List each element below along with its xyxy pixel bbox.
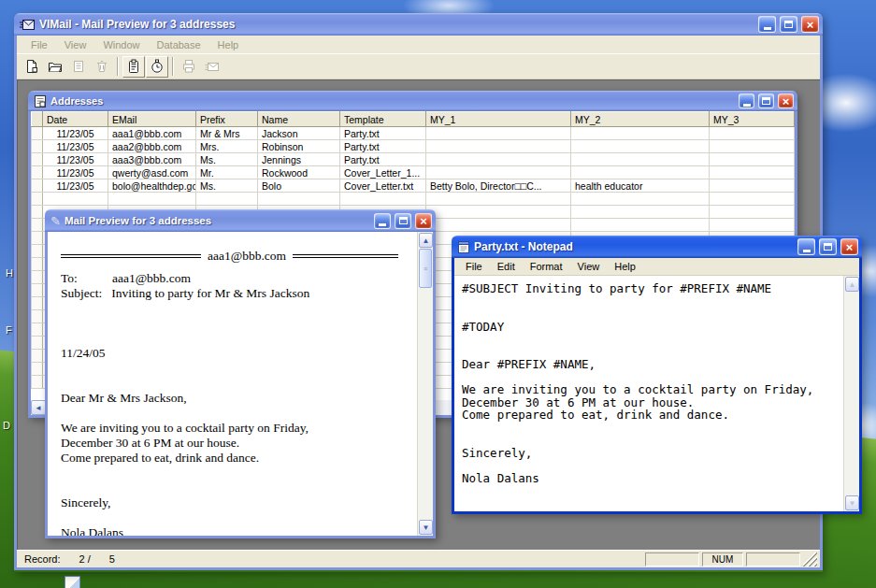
- close-button[interactable]: ×: [778, 93, 794, 108]
- cell: [426, 140, 571, 153]
- open-folder-button[interactable]: [44, 56, 66, 78]
- close-button[interactable]: ×: [801, 16, 819, 33]
- menu-edit[interactable]: Edit: [490, 259, 523, 274]
- window-title: Mail Preview for 3 addresses: [65, 215, 370, 226]
- scroll-up-button[interactable]: ▲: [419, 233, 433, 248]
- menu-help[interactable]: Help: [607, 259, 643, 274]
- cell: [196, 193, 258, 206]
- maximize-button[interactable]: [819, 238, 837, 255]
- scroll-thumb[interactable]: ≡: [419, 249, 432, 288]
- text-line: [462, 333, 842, 346]
- menu-window[interactable]: Window: [94, 37, 148, 52]
- column-header-prefix[interactable]: Prefix: [196, 112, 258, 127]
- text-line: Dear Mr & Mrs Jackson,: [61, 391, 413, 406]
- text-line: [61, 301, 413, 316]
- row-selector: [32, 350, 43, 363]
- record-label: Record:: [24, 553, 61, 565]
- save-document-icon: [71, 59, 86, 74]
- maximize-button[interactable]: [395, 213, 411, 229]
- row-selector: [32, 337, 43, 350]
- scroll-left-button[interactable]: ◄: [31, 400, 46, 415]
- scroll-track[interactable]: [844, 293, 859, 495]
- scroll-down-button[interactable]: ▼: [845, 495, 859, 510]
- menu-format[interactable]: Format: [523, 259, 570, 274]
- preview-titlebar[interactable]: ✎ Mail Preview for 3 addresses ×: [45, 209, 436, 232]
- cell: Party.txt: [340, 127, 426, 140]
- text-line: Come prepared to eat, drink and dance.: [462, 409, 842, 422]
- cell: [571, 219, 710, 232]
- cell: 11/23/05: [43, 166, 108, 179]
- scroll-track[interactable]: [418, 288, 433, 519]
- desktop-icon-label-fragment: H: [6, 267, 13, 279]
- column-header-email[interactable]: EMail: [108, 112, 196, 127]
- minimize-button[interactable]: [797, 238, 815, 255]
- notepad-content[interactable]: #SUBJECT Inviting to party for #PREFIX #…: [454, 276, 859, 511]
- column-header-my_1[interactable]: MY_1: [426, 112, 571, 127]
- text-line: 11/24/05: [61, 346, 413, 361]
- scroll-down-button[interactable]: ▼: [419, 520, 433, 535]
- addresses-titlebar[interactable]: Addresses ×: [28, 91, 797, 111]
- minimize-button[interactable]: [739, 93, 754, 108]
- preview-vertical-scrollbar[interactable]: ▲ ≡ ▼: [417, 232, 433, 536]
- maximize-button[interactable]: [780, 16, 797, 33]
- cell: Robinson: [258, 140, 340, 153]
- column-header-my_2[interactable]: MY_2: [571, 112, 710, 127]
- row-selector: [32, 245, 43, 258]
- address-row[interactable]: 11/23/05aaa1@bbb.comMr & MrsJacksonParty…: [32, 127, 795, 140]
- cell: [43, 193, 108, 206]
- column-header-my_3[interactable]: MY_3: [710, 112, 795, 127]
- menu-help[interactable]: Help: [209, 37, 248, 52]
- cell: aaa1@bbb.com: [108, 127, 196, 140]
- close-button[interactable]: ×: [415, 213, 432, 229]
- close-button[interactable]: ×: [840, 238, 858, 255]
- empty-row[interactable]: [32, 193, 795, 206]
- column-header-template[interactable]: Template: [340, 112, 426, 127]
- cell: Mr.: [196, 166, 258, 179]
- clipboard-preview-button[interactable]: [122, 56, 145, 78]
- address-row[interactable]: 11/23/05aaa3@bbb.comMs.JenningsParty.txt: [32, 153, 795, 166]
- cell: [571, 140, 710, 153]
- row-selector: [32, 193, 43, 206]
- schedule-clock-button[interactable]: [146, 56, 168, 78]
- text-line: We are inviting you to a cocktail party …: [61, 421, 413, 436]
- maximize-button[interactable]: [758, 93, 774, 108]
- scroll-up-button[interactable]: ▲: [845, 277, 859, 292]
- cell: Jennings: [258, 153, 340, 166]
- mail-preview-content: aaa1@bbb.com To: aaa1@bbb.comSubject: In…: [48, 232, 417, 536]
- notepad-text[interactable]: #SUBJECT Inviting to party for #PREFIX #…: [454, 276, 842, 511]
- address-row[interactable]: 11/23/05bolo@healthdep.govMs.BoloCover_L…: [32, 179, 795, 193]
- notepad-titlebar[interactable]: Party.txt - Notepad ×: [452, 236, 862, 258]
- column-header-date[interactable]: Date: [43, 112, 108, 127]
- resize-grip[interactable]: [803, 552, 817, 566]
- recipient-email-header: aaa1@bbb.com: [208, 249, 286, 264]
- address-row[interactable]: 11/23/05qwerty@asd.comMr.RockwoodCover_L…: [32, 166, 795, 179]
- cell: Mr & Mrs: [196, 127, 258, 140]
- status-cell: [746, 552, 800, 566]
- menu-file[interactable]: File: [22, 37, 56, 52]
- new-document-button[interactable]: [21, 56, 43, 78]
- text-line: Nola Dalans: [61, 525, 413, 536]
- desktop-icon-label-fragment: F: [6, 324, 12, 336]
- menu-database[interactable]: Database: [149, 37, 209, 52]
- row-selector: [32, 323, 43, 337]
- toolbar-separator: [172, 57, 174, 76]
- menu-file[interactable]: File: [458, 259, 490, 274]
- minimize-button[interactable]: [374, 213, 391, 229]
- text-line: Sincerely,: [61, 495, 413, 510]
- desktop-document-icon[interactable]: [65, 576, 80, 588]
- menu-view[interactable]: View: [570, 259, 608, 274]
- notepad-menubar: FileEditFormatViewHelp: [454, 258, 859, 276]
- minimize-button[interactable]: [758, 16, 776, 33]
- address-row[interactable]: 11/23/05aaa2@bbb.comMrs.RobinsonParty.tx…: [32, 140, 795, 153]
- text-line: [462, 434, 842, 447]
- text-line: #TODAY: [462, 321, 842, 334]
- notepad-vertical-scrollbar[interactable]: ▲ ▼: [843, 276, 859, 511]
- cell: 11/23/05: [43, 127, 108, 140]
- cell: [710, 179, 795, 193]
- row-selector: [32, 376, 43, 389]
- text-line: #SUBJECT Inviting to party for #PREFIX #…: [462, 282, 842, 295]
- vimail-titlebar[interactable]: VIMail - Mail Preview for 3 addresses ×: [14, 13, 823, 36]
- text-line: [462, 459, 842, 472]
- menu-view[interactable]: View: [56, 37, 95, 52]
- column-header-name[interactable]: Name: [258, 112, 340, 127]
